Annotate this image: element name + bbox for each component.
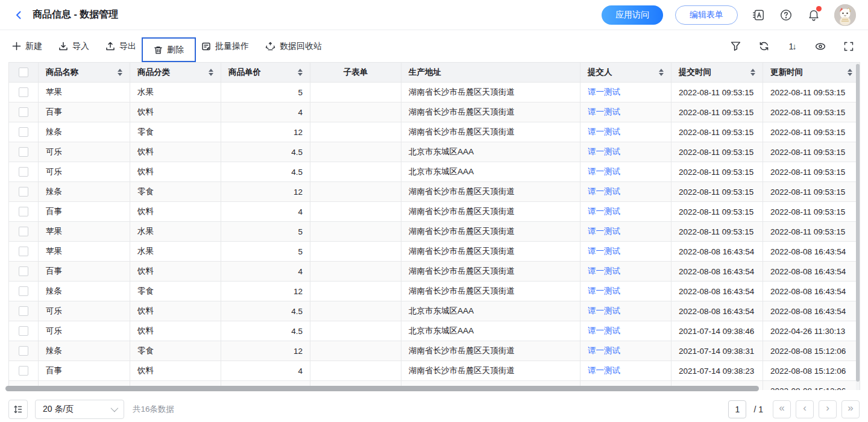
edit-form-button[interactable]: 编辑表单 (675, 5, 738, 25)
row-checkbox-cell (9, 162, 39, 181)
delete-button-label: 删除 (167, 45, 184, 55)
cell-category: 饮料 (130, 262, 221, 281)
cell-address: 湖南省长沙市岳麓区天顶街道 (401, 341, 580, 361)
total-count: 共16条数据 (133, 404, 174, 415)
column-header-name[interactable]: 商品名称 (39, 63, 130, 82)
cell-submit_time: 2022-08-11 09:53:15 (671, 83, 763, 102)
cell-subform (310, 262, 401, 281)
column-header-submit_time[interactable]: 提交时间 (671, 63, 763, 82)
submitter-link[interactable]: 谭一测试 (588, 365, 620, 376)
next-page-button[interactable]: › (819, 400, 837, 418)
vertical-scrollbar-track (856, 63, 860, 390)
cell-update_time: 2022-08-08 16:43:54 (763, 242, 860, 261)
row-checkbox[interactable] (19, 127, 28, 137)
cell-address: 北京市东城区AAA (401, 162, 580, 181)
row-checkbox[interactable] (19, 167, 28, 177)
batch-operation-button[interactable]: 批量操作 (201, 41, 249, 52)
cell-price: 4 (221, 102, 310, 122)
delete-button[interactable]: 删除 (142, 37, 196, 62)
export-button[interactable]: 导出 (105, 41, 136, 52)
column-header-price[interactable]: 商品单价 (221, 63, 310, 82)
cell-name: 苹果 (39, 242, 130, 261)
table-row: 可乐饮料4.5北京市东城区AAA谭一测试2021-07-14 09:38:462… (9, 321, 860, 341)
submitter-link[interactable]: 谭一测试 (588, 127, 620, 137)
submitter-link[interactable]: 谭一测试 (588, 107, 620, 118)
current-page-input[interactable]: 1 (728, 400, 746, 418)
new-button[interactable]: 新建 (12, 41, 42, 52)
row-checkbox[interactable] (19, 366, 28, 376)
row-checkbox[interactable] (19, 87, 28, 97)
submitter-link[interactable]: 谭一测试 (588, 166, 620, 177)
row-checkbox[interactable] (19, 187, 28, 197)
submitter-link[interactable]: 谭一测试 (588, 146, 620, 157)
submitter-link[interactable]: 谭一测试 (588, 266, 620, 277)
row-checkbox[interactable] (19, 107, 28, 117)
row-checkbox[interactable] (19, 306, 28, 316)
table-row: 辣条零食12湖南省长沙市岳麓区天顶街道谭一测试2022-08-11 09:53:… (9, 122, 860, 142)
cell-price: 4.5 (221, 301, 310, 321)
vertical-scrollbar[interactable] (856, 64, 860, 382)
row-checkbox[interactable] (19, 346, 28, 356)
last-page-button[interactable]: » (841, 400, 860, 418)
page-size-select[interactable]: 20 条/页 (35, 400, 124, 419)
chevron-down-icon (111, 405, 119, 412)
sort-icon[interactable]: 1↓ (785, 39, 799, 54)
submitter-link[interactable]: 谭一测试 (588, 246, 620, 257)
sort-asc-icon (659, 69, 664, 72)
submitter-link[interactable]: 谭一测试 (588, 206, 620, 217)
bell-icon[interactable] (807, 8, 821, 22)
sort-arrows-icon (655, 69, 664, 76)
submitter-link[interactable]: 谭一测试 (588, 326, 620, 336)
help-icon[interactable] (779, 8, 793, 22)
row-checkbox[interactable] (19, 326, 28, 336)
sort-desc-icon (209, 73, 213, 76)
row-checkbox[interactable] (19, 207, 28, 216)
table-row: 辣条零食12湖南省长沙市岳麓区天顶街道谭一测试2022-08-08 16:43:… (9, 282, 860, 301)
submitter-link[interactable]: 谭一测试 (588, 186, 620, 197)
horizontal-scrollbar[interactable] (5, 386, 759, 391)
cell-category: 零食 (130, 341, 221, 361)
submitter-link[interactable]: 谭一测试 (588, 226, 620, 237)
select-all-checkbox[interactable] (19, 68, 28, 77)
fullscreen-icon[interactable] (841, 39, 856, 54)
recycle-bin-button[interactable]: 数据回收站 (265, 41, 322, 52)
row-checkbox[interactable] (19, 247, 28, 256)
row-checkbox[interactable] (19, 227, 28, 236)
import-button[interactable]: 导入 (58, 41, 89, 52)
cell-submitter: 谭一测试 (580, 242, 671, 261)
column-visibility-icon[interactable] (813, 39, 828, 54)
cell-update_time: 2022-08-08 16:43:54 (763, 262, 860, 281)
sort-arrows-icon (294, 69, 303, 76)
first-page-button[interactable]: « (773, 400, 791, 418)
cell-address: 湖南省长沙市岳麓区天顶街道 (401, 282, 580, 301)
back-icon[interactable] (12, 8, 25, 22)
filter-icon[interactable] (728, 39, 743, 54)
cell-submit_time: 2021-07-14 09:38:31 (671, 341, 763, 361)
table-row: 百事饮料4湖南省长沙市岳麓区天顶街道谭一测试2022-08-11 09:53:1… (9, 202, 860, 222)
sort-asc-icon (298, 69, 303, 72)
row-checkbox[interactable] (19, 147, 28, 157)
language-icon[interactable] (751, 8, 766, 22)
row-checkbox[interactable] (19, 286, 28, 296)
cell-submitter: 谭一测试 (580, 102, 671, 122)
page-title: 商品信息 - 数据管理 (33, 8, 118, 21)
column-header-submitter[interactable]: 提交人 (580, 63, 671, 82)
submitter-link[interactable]: 谭一测试 (588, 286, 620, 297)
row-checkbox[interactable] (19, 266, 28, 276)
cell-name: 可乐 (39, 142, 130, 162)
cell-category: 零食 (130, 182, 221, 201)
submitter-link[interactable]: 谭一测试 (588, 306, 620, 316)
refresh-icon[interactable] (756, 39, 771, 54)
cell-update_time: 2022-08-08 15:12:06 (763, 361, 860, 380)
column-header-category[interactable]: 商品分类 (130, 63, 221, 82)
submitter-link[interactable]: 谭一测试 (588, 345, 620, 356)
app-access-button[interactable]: 应用访问 (602, 5, 663, 25)
avatar[interactable] (834, 4, 856, 26)
cell-name: 苹果 (39, 222, 130, 241)
submitter-link[interactable]: 谭一测试 (588, 87, 620, 98)
column-header-update_time[interactable]: 更新时间 (763, 63, 860, 82)
cell-submit_time: 2021-07-14 09:38:46 (671, 321, 763, 341)
row-height-icon[interactable] (8, 400, 28, 419)
prev-page-button[interactable]: ‹ (796, 400, 814, 418)
cell-price: 5 (221, 222, 310, 241)
